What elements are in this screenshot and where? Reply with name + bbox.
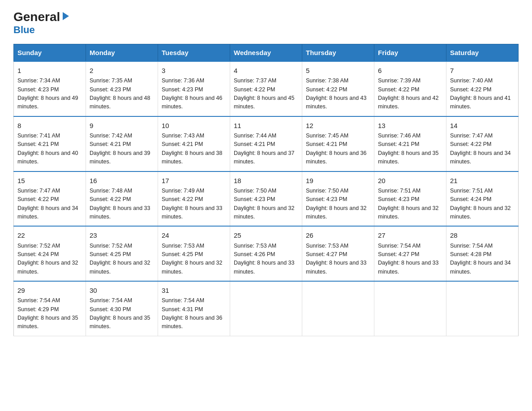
calendar-day-cell: 31Sunrise: 7:54 AMSunset: 4:31 PMDayligh… — [158, 281, 230, 336]
day-daylight: Daylight: 8 hours and 32 minutes. — [90, 260, 150, 274]
day-sunrise: Sunrise: 7:47 AM — [17, 188, 60, 194]
logo: General Blue — [13, 11, 71, 36]
day-daylight: Daylight: 8 hours and 43 minutes. — [306, 95, 367, 110]
day-sunset: Sunset: 4:27 PM — [378, 251, 419, 257]
day-daylight: Daylight: 8 hours and 36 minutes. — [306, 150, 367, 165]
day-sunset: Sunset: 4:27 PM — [306, 251, 347, 257]
day-daylight: Daylight: 8 hours and 46 minutes. — [162, 95, 223, 110]
day-number: 14 — [450, 120, 515, 131]
day-daylight: Daylight: 8 hours and 39 minutes. — [90, 150, 150, 165]
day-number: 29 — [17, 285, 82, 295]
weekday-header-tuesday: Tuesday — [158, 44, 230, 62]
calendar-day-cell: 21Sunrise: 7:51 AMSunset: 4:24 PMDayligh… — [446, 171, 519, 227]
day-number: 23 — [90, 230, 154, 240]
day-sunset: Sunset: 4:21 PM — [306, 141, 347, 147]
calendar-day-cell: 5Sunrise: 7:38 AMSunset: 4:22 PMDaylight… — [302, 61, 374, 116]
day-sunset: Sunset: 4:30 PM — [90, 306, 131, 313]
svg-marker-0 — [63, 12, 69, 20]
day-sunset: Sunset: 4:23 PM — [234, 196, 275, 202]
day-daylight: Daylight: 8 hours and 32 minutes. — [378, 205, 439, 220]
day-sunrise: Sunrise: 7:47 AM — [450, 133, 493, 139]
calendar-day-cell: 15Sunrise: 7:47 AMSunset: 4:22 PMDayligh… — [14, 171, 86, 227]
day-sunset: Sunset: 4:23 PM — [306, 196, 347, 202]
day-number: 26 — [306, 230, 370, 240]
calendar-day-cell — [230, 281, 302, 336]
day-daylight: Daylight: 8 hours and 49 minutes. — [17, 95, 78, 110]
day-number: 28 — [450, 230, 515, 240]
day-sunset: Sunset: 4:25 PM — [162, 251, 203, 257]
calendar-header-row: SundayMondayTuesdayWednesdayThursdayFrid… — [14, 44, 519, 62]
day-sunrise: Sunrise: 7:51 AM — [378, 188, 420, 194]
calendar-week-row: 1Sunrise: 7:34 AMSunset: 4:23 PMDaylight… — [14, 61, 519, 116]
day-sunset: Sunset: 4:21 PM — [162, 141, 203, 147]
day-sunrise: Sunrise: 7:50 AM — [234, 188, 276, 194]
day-sunrise: Sunrise: 7:50 AM — [306, 188, 348, 194]
day-number: 30 — [90, 285, 154, 295]
day-sunrise: Sunrise: 7:52 AM — [90, 243, 132, 249]
calendar-day-cell: 27Sunrise: 7:54 AMSunset: 4:27 PMDayligh… — [374, 226, 446, 281]
day-number: 20 — [378, 176, 442, 186]
calendar-day-cell — [446, 281, 519, 336]
day-daylight: Daylight: 8 hours and 34 minutes. — [17, 205, 78, 220]
day-number: 15 — [17, 176, 82, 186]
weekday-header-thursday: Thursday — [302, 44, 374, 62]
day-number: 24 — [162, 230, 226, 240]
calendar-day-cell: 11Sunrise: 7:44 AMSunset: 4:21 PMDayligh… — [230, 116, 302, 171]
calendar-day-cell: 29Sunrise: 7:54 AMSunset: 4:29 PMDayligh… — [14, 281, 86, 336]
day-sunrise: Sunrise: 7:53 AM — [162, 243, 204, 249]
calendar-day-cell: 28Sunrise: 7:54 AMSunset: 4:28 PMDayligh… — [446, 226, 519, 281]
calendar-day-cell: 8Sunrise: 7:41 AMSunset: 4:21 PMDaylight… — [14, 116, 86, 171]
day-number: 7 — [450, 65, 515, 76]
day-sunset: Sunset: 4:21 PM — [17, 141, 59, 147]
calendar-week-row: 8Sunrise: 7:41 AMSunset: 4:21 PMDaylight… — [14, 116, 519, 171]
weekday-header-saturday: Saturday — [446, 44, 519, 62]
day-sunset: Sunset: 4:22 PM — [162, 196, 203, 202]
day-daylight: Daylight: 8 hours and 33 minutes. — [306, 260, 367, 274]
day-sunrise: Sunrise: 7:48 AM — [90, 188, 132, 194]
day-number: 21 — [450, 176, 515, 186]
day-sunrise: Sunrise: 7:46 AM — [378, 133, 420, 139]
day-daylight: Daylight: 8 hours and 33 minutes. — [378, 260, 439, 274]
day-number: 3 — [162, 65, 226, 76]
calendar-day-cell: 2Sunrise: 7:35 AMSunset: 4:23 PMDaylight… — [86, 61, 158, 116]
day-sunset: Sunset: 4:23 PM — [162, 86, 203, 93]
calendar-day-cell: 30Sunrise: 7:54 AMSunset: 4:30 PMDayligh… — [86, 281, 158, 336]
day-sunrise: Sunrise: 7:54 AM — [450, 243, 493, 249]
day-sunset: Sunset: 4:29 PM — [17, 306, 59, 313]
day-sunset: Sunset: 4:23 PM — [17, 86, 59, 93]
day-daylight: Daylight: 8 hours and 42 minutes. — [378, 95, 439, 110]
calendar-day-cell: 6Sunrise: 7:39 AMSunset: 4:22 PMDaylight… — [374, 61, 446, 116]
calendar-day-cell: 18Sunrise: 7:50 AMSunset: 4:23 PMDayligh… — [230, 171, 302, 227]
day-sunset: Sunset: 4:22 PM — [306, 86, 347, 93]
weekday-header-monday: Monday — [86, 44, 158, 62]
day-sunset: Sunset: 4:24 PM — [450, 196, 491, 202]
day-sunrise: Sunrise: 7:51 AM — [450, 188, 493, 194]
day-sunset: Sunset: 4:25 PM — [90, 251, 131, 257]
calendar-day-cell: 14Sunrise: 7:47 AMSunset: 4:22 PMDayligh… — [446, 116, 519, 171]
weekday-header-friday: Friday — [374, 44, 446, 62]
day-number: 13 — [378, 120, 442, 131]
calendar-table: SundayMondayTuesdayWednesdayThursdayFrid… — [13, 44, 519, 336]
calendar-day-cell: 22Sunrise: 7:52 AMSunset: 4:24 PMDayligh… — [14, 226, 86, 281]
day-sunrise: Sunrise: 7:54 AM — [90, 297, 132, 304]
day-sunrise: Sunrise: 7:36 AM — [162, 77, 204, 84]
day-sunrise: Sunrise: 7:53 AM — [234, 243, 276, 249]
calendar-day-cell: 19Sunrise: 7:50 AMSunset: 4:23 PMDayligh… — [302, 171, 374, 227]
calendar-day-cell — [374, 281, 446, 336]
day-sunset: Sunset: 4:31 PM — [162, 306, 203, 313]
day-number: 12 — [306, 120, 370, 131]
day-sunset: Sunset: 4:22 PM — [90, 196, 131, 202]
day-number: 22 — [17, 230, 82, 240]
day-number: 18 — [234, 176, 298, 186]
calendar-day-cell: 17Sunrise: 7:49 AMSunset: 4:22 PMDayligh… — [158, 171, 230, 227]
day-sunset: Sunset: 4:22 PM — [234, 86, 275, 93]
day-number: 10 — [162, 120, 226, 131]
logo-icon — [61, 11, 71, 21]
calendar-day-cell: 12Sunrise: 7:45 AMSunset: 4:21 PMDayligh… — [302, 116, 374, 171]
day-sunset: Sunset: 4:22 PM — [17, 196, 59, 202]
weekday-header-sunday: Sunday — [14, 44, 86, 62]
calendar-day-cell: 10Sunrise: 7:43 AMSunset: 4:21 PMDayligh… — [158, 116, 230, 171]
day-number: 1 — [17, 65, 82, 76]
day-daylight: Daylight: 8 hours and 38 minutes. — [162, 150, 223, 165]
calendar-day-cell: 16Sunrise: 7:48 AMSunset: 4:22 PMDayligh… — [86, 171, 158, 227]
